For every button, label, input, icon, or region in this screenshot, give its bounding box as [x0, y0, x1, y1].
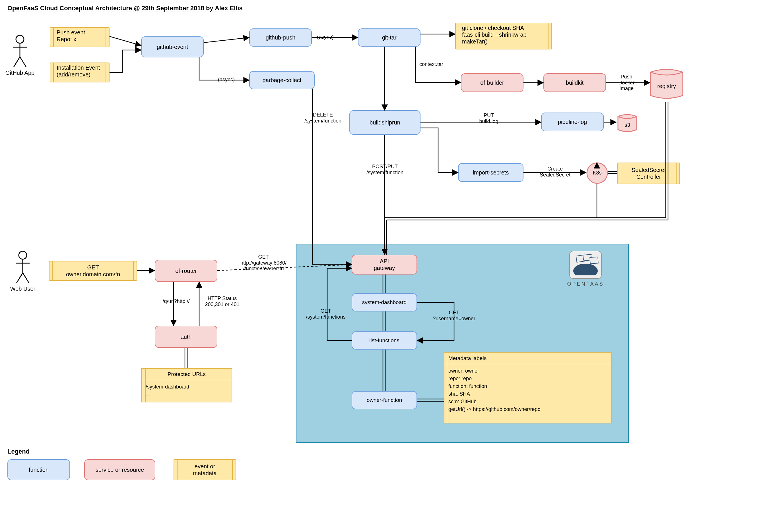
get-sys-fns-label: GET /system/functions: [302, 308, 350, 320]
import-secrets-node: import-secrets: [458, 163, 523, 182]
svg-line-3: [14, 57, 20, 67]
metadata-labels-header: Metadata labels: [444, 353, 611, 364]
post-put-fn-label: POST/PUT /system/function: [352, 164, 418, 175]
auth-label: auth: [181, 333, 192, 340]
svg-point-5: [19, 251, 27, 259]
sealed-secret-controller-box: SealedSecret Controller: [618, 163, 680, 184]
push-event-box: Push event Repo: x: [50, 27, 109, 47]
list-functions-node: list-functions: [352, 331, 417, 350]
github-app-actor-icon: [11, 34, 28, 68]
metadata-labels-body: owner: owner repo: repo function: functi…: [444, 364, 611, 416]
svg-line-8: [16, 273, 23, 283]
garbage-collect-node: garbage-collect: [249, 71, 315, 89]
git-tar-node: git-tar: [358, 28, 420, 47]
openfaas-whale-icon: [569, 251, 602, 279]
async-label-2: (async): [218, 77, 235, 83]
git-ops-text: git clone / checkout SHA faas-cli build …: [462, 24, 526, 45]
install-event-text: Installation Event (add/remove): [57, 64, 100, 78]
diagram-title: OpenFaaS Cloud Conceptual Architecture @…: [7, 5, 243, 12]
svg-line-9: [23, 273, 29, 283]
protected-urls-header: Protected URLs: [142, 369, 232, 380]
metadata-labels-box: Metadata labels owner: owner repo: repo …: [444, 352, 612, 423]
of-router-label: of-router: [175, 267, 197, 274]
put-buildlog-label: PUT build.log: [469, 113, 509, 124]
buildshiprun-label: buildshiprun: [370, 119, 400, 126]
delete-fn-label: DELETE /system/function: [296, 112, 350, 124]
q-uri-label: /q/uri?http://: [157, 298, 195, 304]
svg-line-4: [20, 57, 26, 67]
install-event-box: Installation Event (add/remove): [50, 63, 109, 82]
pipeline-log-label: pipeline-log: [558, 119, 587, 125]
get-username-label: GET ?username=owner: [423, 310, 485, 321]
get-owner-request-box: GET owner.domain.com/fn: [49, 261, 137, 281]
system-dashboard-node: system-dashboard: [352, 293, 417, 311]
k8s-node: K8s: [586, 162, 608, 184]
github-event-node: github-event: [141, 36, 204, 57]
legend-function-box: function: [7, 459, 70, 480]
push-event-text: Push event Repo: x: [57, 29, 85, 43]
github-event-label: github-event: [157, 43, 188, 50]
github-push-node: github-push: [249, 28, 312, 47]
registry-node: registry: [648, 65, 685, 102]
openfaas-brand-text: OPENFAAS: [551, 281, 620, 287]
s3-label: s3: [616, 122, 639, 128]
s3-node: s3: [616, 112, 639, 134]
list-functions-label: list-functions: [369, 337, 399, 344]
of-router-node: of-router: [155, 260, 218, 282]
sealed-secret-controller-label: SealedSecret Controller: [632, 167, 666, 180]
legend-service-box: service or resource: [84, 459, 155, 480]
buildshiprun-node: buildshiprun: [349, 110, 420, 135]
import-secrets-label: import-secrets: [473, 169, 509, 176]
of-builder-node: of-builder: [461, 73, 523, 92]
get-gateway-label: GET http://gateway:8080/ /function/owner…: [227, 254, 301, 272]
svg-point-0: [16, 35, 24, 43]
web-user-actor-label: Web User: [7, 286, 38, 292]
legend-event-box: event or metadata: [173, 459, 236, 480]
garbage-collect-label: garbage-collect: [263, 77, 302, 84]
openfaas-logo: OPENFAAS: [551, 251, 620, 287]
web-user-actor-icon: [14, 250, 31, 284]
buildkit-node: buildkit: [543, 73, 606, 92]
legend-event-label: event or metadata: [193, 463, 217, 477]
git-ops-box: git clone / checkout SHA faas-cli build …: [455, 23, 552, 49]
api-gateway-label: API gateway: [374, 258, 395, 271]
legend-function-label: function: [29, 466, 49, 473]
of-builder-label: of-builder: [480, 79, 504, 86]
k8s-label: K8s: [586, 170, 608, 176]
context-tar-label: context.tar: [419, 61, 443, 67]
owner-function-node: owner-function: [352, 391, 417, 409]
push-docker-label: Push Docker Image: [612, 74, 641, 92]
api-gateway-node: API gateway: [352, 255, 417, 275]
legend-title: Legend: [7, 448, 30, 455]
git-tar-label: git-tar: [382, 34, 396, 41]
http-status-label: HTTP Status 200,301 or 401: [198, 296, 246, 307]
protected-urls-body: /system-dashboard ...: [142, 380, 232, 401]
async-label-1: (async): [317, 34, 334, 40]
github-push-label: github-push: [266, 34, 296, 41]
create-sealed-label: Create SealedSecret: [531, 166, 579, 178]
protected-urls-box: Protected URLs /system-dashboard ...: [141, 368, 232, 402]
owner-function-label: owner-function: [367, 397, 402, 404]
system-dashboard-label: system-dashboard: [362, 299, 407, 306]
github-app-actor-label: GitHub App: [3, 70, 37, 76]
registry-label: registry: [648, 83, 685, 90]
pipeline-log-node: pipeline-log: [541, 113, 604, 131]
buildkit-label: buildkit: [566, 79, 584, 86]
legend-service-label: service or resource: [96, 466, 144, 473]
auth-node: auth: [155, 326, 218, 348]
get-owner-request-text: GET owner.domain.com/fn: [66, 264, 120, 278]
